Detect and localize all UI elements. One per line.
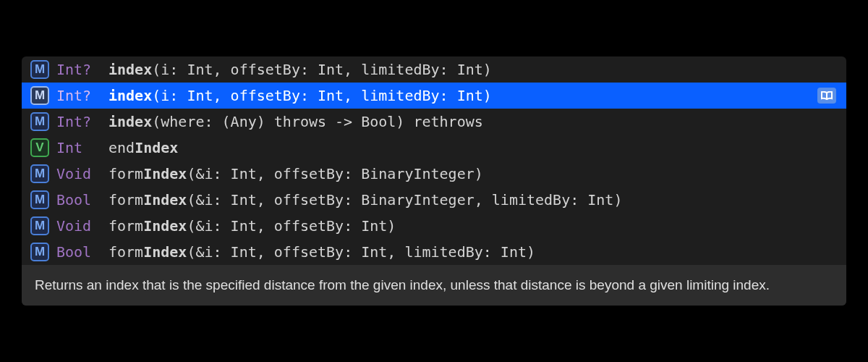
- signature-match: index: [109, 113, 152, 130]
- method-badge-icon: M: [30, 216, 49, 235]
- return-type: Void: [56, 217, 101, 235]
- completion-item-index[interactable]: MInt?index(i: Int, offsetBy: Int, limite…: [22, 83, 846, 109]
- signature-match: Index: [143, 191, 187, 209]
- signature: index(i: Int, offsetBy: Int, limitedBy: …: [109, 61, 492, 78]
- return-type: Int?: [56, 61, 101, 78]
- method-badge-icon: M: [30, 190, 49, 209]
- signature-match: Index: [143, 165, 187, 182]
- return-type: Int?: [56, 113, 101, 130]
- signature-params: (where: (Any) throws -> Bool) rethrows: [152, 113, 483, 130]
- signature-params: (&i: Int, offsetBy: BinaryInteger, limit…: [187, 191, 622, 209]
- book-icon[interactable]: [817, 88, 836, 104]
- completion-item-formIndex[interactable]: MVoidformIndex(&i: Int, offsetBy: Int): [22, 213, 846, 239]
- signature-match: index: [109, 87, 152, 104]
- signature: formIndex(&i: Int, offsetBy: Int): [109, 217, 396, 235]
- completion-item-formIndex[interactable]: MBoolformIndex(&i: Int, offsetBy: Binary…: [22, 187, 846, 213]
- signature-prefix: form: [109, 165, 143, 182]
- signature: index(i: Int, offsetBy: Int, limitedBy: …: [109, 87, 492, 104]
- completion-item-endIndex[interactable]: VInt endIndex: [22, 135, 846, 161]
- signature: endIndex: [109, 139, 178, 156]
- method-badge-icon: M: [30, 86, 49, 105]
- completion-list: MInt?index(i: Int, offsetBy: Int, limite…: [22, 56, 846, 265]
- completion-item-index[interactable]: MInt?index(i: Int, offsetBy: Int, limite…: [22, 56, 846, 83]
- return-type: Int: [56, 139, 101, 156]
- completion-item-formIndex[interactable]: MVoidformIndex(&i: Int, offsetBy: Binary…: [22, 161, 846, 187]
- signature: index(where: (Any) throws -> Bool) rethr…: [109, 113, 483, 130]
- completion-item-formIndex[interactable]: MBoolformIndex(&i: Int, offsetBy: Int, l…: [22, 239, 846, 265]
- signature-params: (i: Int, offsetBy: Int, limitedBy: Int): [152, 87, 492, 104]
- signature-match: index: [109, 61, 152, 78]
- signature: formIndex(&i: Int, offsetBy: BinaryInteg…: [109, 191, 622, 209]
- signature-params: (&i: Int, offsetBy: BinaryInteger): [187, 165, 482, 182]
- autocomplete-popup: MInt?index(i: Int, offsetBy: Int, limite…: [22, 56, 846, 306]
- signature-match: Index: [135, 139, 178, 156]
- signature-params: (&i: Int, offsetBy: Int): [187, 217, 396, 235]
- signature-params: (i: Int, offsetBy: Int, limitedBy: Int): [152, 61, 492, 78]
- variable-badge-icon: V: [30, 138, 49, 157]
- return-type: Void: [56, 165, 101, 182]
- signature: formIndex(&i: Int, offsetBy: BinaryInteg…: [109, 165, 483, 182]
- summary-panel: Returns an index that is the specified d…: [22, 265, 846, 306]
- signature-prefix: form: [109, 243, 143, 261]
- return-type: Int?: [56, 87, 101, 104]
- signature-prefix: end: [109, 139, 135, 156]
- completion-item-index[interactable]: MInt?index(where: (Any) throws -> Bool) …: [22, 109, 846, 135]
- signature-prefix: form: [109, 191, 143, 209]
- method-badge-icon: M: [30, 60, 49, 79]
- return-type: Bool: [56, 191, 101, 209]
- return-type: Bool: [56, 243, 101, 261]
- method-badge-icon: M: [30, 164, 49, 183]
- signature: formIndex(&i: Int, offsetBy: Int, limite…: [109, 243, 535, 261]
- signature-prefix: form: [109, 217, 143, 235]
- signature-match: Index: [143, 217, 187, 235]
- signature-match: Index: [143, 243, 187, 261]
- method-badge-icon: M: [30, 243, 49, 261]
- method-badge-icon: M: [30, 112, 49, 131]
- summary-text: Returns an index that is the specified d…: [35, 277, 770, 292]
- signature-params: (&i: Int, offsetBy: Int, limitedBy: Int): [187, 243, 535, 261]
